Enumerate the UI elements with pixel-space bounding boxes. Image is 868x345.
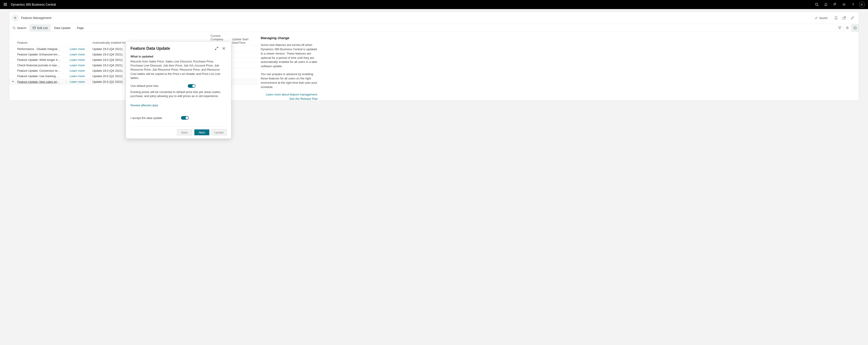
page-action-label: Page (77, 26, 84, 30)
svg-rect-4 (5, 4, 6, 5)
popout-icon[interactable] (841, 15, 847, 21)
row-arrow-icon (11, 80, 14, 83)
data-update-label: Data Update (54, 26, 70, 30)
update-start-cell (230, 79, 258, 85)
svg-rect-6 (4, 5, 4, 6)
svg-rect-7 (5, 5, 6, 6)
check-icon (814, 16, 818, 20)
use-default-toggle[interactable] (188, 84, 195, 88)
factbox-link-release[interactable]: See the Release Plan (261, 97, 318, 100)
page-header: Feature Management Saved (9, 12, 859, 24)
app-title: Dynamics 365 Business Central (9, 3, 56, 6)
accept-toggle[interactable] (181, 116, 189, 120)
what-body: Records from Sales Price, Sales Line Dis… (130, 60, 226, 80)
row-menu-icon[interactable]: ⋮ (65, 80, 68, 83)
what-heading: What is updated (130, 55, 226, 58)
collapse-icon[interactable] (849, 15, 856, 21)
search-icon[interactable] (812, 0, 822, 9)
feature-cell[interactable]: Feature Update: Enhanced email capa… (16, 52, 63, 57)
edit-list-action[interactable]: Edit List (29, 25, 51, 31)
svg-point-15 (13, 27, 15, 29)
accept-label: I accept the data update (130, 116, 162, 120)
svg-rect-5 (6, 4, 7, 5)
back-button[interactable] (11, 14, 19, 22)
expand-icon[interactable] (214, 46, 219, 51)
close-icon[interactable] (221, 46, 226, 51)
update-start-cell (230, 57, 258, 63)
svg-rect-17 (33, 27, 36, 29)
search-action[interactable]: Search (9, 25, 29, 31)
learn-more-link[interactable]: Learn more (68, 46, 91, 52)
svg-line-10 (817, 5, 818, 6)
svg-line-16 (14, 28, 16, 29)
update-start-cell (230, 68, 258, 73)
update-start-cell (230, 63, 258, 68)
use-default-desc: Existing prices will be converted to def… (130, 90, 226, 98)
data-update-action[interactable]: Data Update (51, 25, 73, 31)
svg-point-13 (853, 5, 853, 6)
saved-indicator: Saved (814, 16, 828, 20)
edit-list-icon (33, 26, 36, 29)
feature-cell[interactable]: Feature Update: New sales pricing ex… (16, 79, 63, 85)
avatar-initials: IK (861, 3, 863, 6)
svg-rect-1 (5, 3, 6, 4)
avatar[interactable]: IK (859, 2, 865, 7)
svg-point-25 (855, 27, 855, 27)
search-icon (12, 26, 16, 29)
dots-decor: · · · · · · (164, 117, 179, 119)
factbox-p1: Some new features are turned off when Dy… (261, 43, 318, 69)
learn-more-link[interactable]: Learn more (68, 52, 91, 57)
factbox-p2: You can prepare in advance by enabling t… (261, 72, 318, 89)
list-view-icon[interactable] (843, 24, 851, 32)
flag-icon[interactable] (830, 0, 839, 9)
update-start-cell (230, 46, 258, 52)
update-start-cell (230, 52, 258, 57)
review-affected-link[interactable]: Review affected data (130, 104, 158, 107)
app-header: Dynamics 365 Business Central IK (0, 0, 868, 9)
back-button[interactable]: Back (177, 129, 192, 135)
gear-icon[interactable] (839, 0, 848, 9)
help-icon[interactable] (848, 0, 858, 9)
col-learn (68, 32, 91, 46)
factbox-link-learn[interactable]: Learn more about feature management. (261, 93, 318, 96)
action-bar: Search Edit List Data Update Page (9, 24, 859, 32)
filter-icon[interactable] (836, 24, 843, 32)
page-action[interactable]: Page (73, 25, 87, 31)
use-default-label: Use default price lists (130, 84, 159, 88)
col-feature[interactable]: Feature (16, 32, 63, 46)
notifications-icon[interactable] (822, 0, 830, 9)
update-button[interactable]: Update (212, 129, 226, 135)
edit-list-label: Edit List (37, 26, 48, 30)
feature-cell[interactable]: Check financial journals in background (16, 63, 63, 68)
app-launcher-icon[interactable] (2, 0, 9, 9)
next-button[interactable]: Next (194, 129, 209, 135)
feature-cell[interactable]: Feature Update: Write longer item ref… (16, 57, 63, 63)
svg-rect-8 (6, 5, 7, 6)
dialog-title: Feature Data Update (130, 46, 170, 51)
feature-cell[interactable]: Feature Update: Conversion template… (16, 68, 63, 73)
factbox-heading: Managing change (261, 36, 318, 40)
saved-label: Saved (819, 16, 828, 20)
feature-cell[interactable]: Performance - Disable Integration Ma… (16, 46, 63, 52)
feature-data-update-dialog: Feature Data Update What is updated Reco… (126, 41, 231, 139)
learn-more-link[interactable]: Learn more (68, 79, 91, 85)
page-title: Feature Management (21, 16, 52, 20)
learn-more-link[interactable]: Learn more (68, 63, 91, 68)
svg-rect-0 (4, 3, 4, 4)
svg-point-12 (843, 4, 844, 5)
learn-more-link[interactable]: Learn more (68, 68, 91, 73)
bookmark-icon[interactable] (833, 15, 839, 21)
search-label: Search (17, 26, 26, 30)
col-update-start[interactable]: Update Start Date/Time (230, 32, 258, 46)
info-pane-icon[interactable] (851, 24, 859, 32)
svg-rect-3 (4, 4, 4, 5)
dots-decor: · · · · · · · · · · (161, 84, 186, 87)
factbox: Managing change Some new features are tu… (258, 32, 322, 100)
learn-more-link[interactable]: Learn more (68, 73, 91, 79)
svg-point-9 (815, 3, 818, 5)
svg-rect-2 (6, 3, 7, 4)
update-start-cell (230, 73, 258, 79)
learn-more-link[interactable]: Learn more (68, 57, 91, 63)
feature-cell[interactable]: Feature Update: Use tracking by pack… (16, 73, 63, 79)
